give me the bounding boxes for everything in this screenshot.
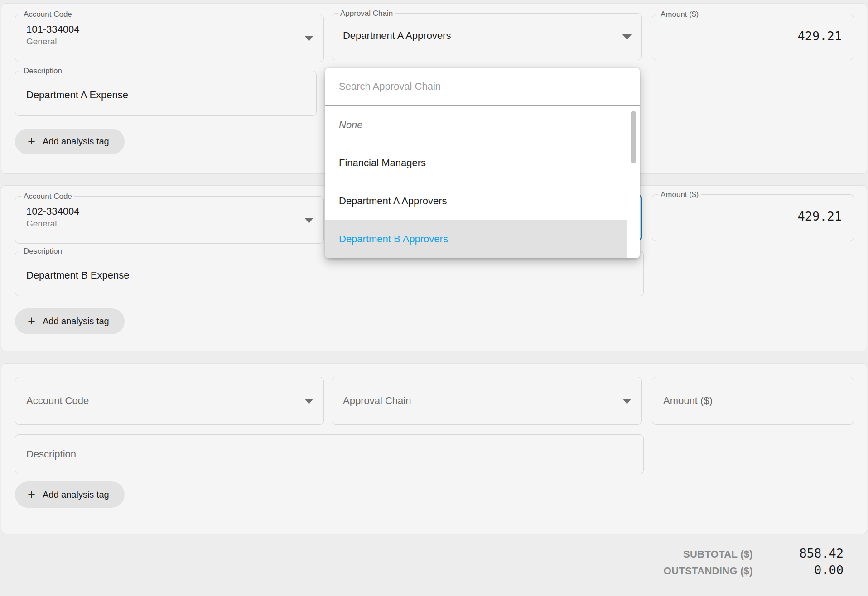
plus-icon <box>28 135 35 148</box>
amount-value: 429.21 <box>652 209 842 223</box>
description-label: Description <box>21 246 64 256</box>
amount-label: Amount ($) <box>658 10 701 19</box>
account-code-select[interactable]: Account Code 102-334004 General <box>15 196 324 244</box>
dropdown-option[interactable]: Financial Managers <box>325 144 640 182</box>
dropdown-option[interactable]: Department A Approvers <box>325 182 640 220</box>
add-analysis-tag-button[interactable]: Add analysis tag <box>15 308 125 334</box>
plus-icon <box>28 315 35 328</box>
description-input[interactable]: Description Department A Expense <box>15 71 317 116</box>
account-code-placeholder: Account Code <box>26 395 89 407</box>
chevron-down-icon[interactable] <box>622 34 632 40</box>
description-value: Department B Expense <box>26 269 643 281</box>
dropdown-option-highlighted[interactable]: Department B Approvers <box>325 220 640 258</box>
account-code-select[interactable]: Account Code <box>15 377 324 425</box>
amount-placeholder: Amount ($) <box>663 395 713 407</box>
account-code-category: General <box>26 37 323 47</box>
chevron-down-icon[interactable] <box>622 399 632 404</box>
description-label: Description <box>21 66 64 76</box>
amount-label: Amount ($) <box>658 190 701 199</box>
chevron-down-icon[interactable] <box>304 399 313 404</box>
chevron-down-icon[interactable] <box>304 36 313 41</box>
outstanding-label: OUTSTANDING ($) <box>664 565 753 577</box>
field-row: Account Code Approval Chain Amount ($) <box>14 377 854 425</box>
outstanding-row: OUTSTANDING ($) 0.00 <box>664 563 844 580</box>
description-input[interactable]: Description <box>15 434 644 474</box>
account-code-category: General <box>26 219 323 229</box>
outstanding-value: 0.00 <box>753 563 844 577</box>
plus-icon <box>28 488 35 501</box>
add-analysis-tag-label: Add analysis tag <box>43 490 109 500</box>
account-code-select[interactable]: Account Code 101-334004 General <box>15 14 324 62</box>
description-placeholder: Description <box>26 448 76 460</box>
description-value: Department A Expense <box>26 89 316 101</box>
subtotal-row: SUBTOTAL ($) 858.42 <box>664 546 844 563</box>
chevron-down-icon[interactable] <box>304 218 313 223</box>
amount-input[interactable]: Amount ($) <box>652 377 854 425</box>
subtotal-value: 858.42 <box>753 546 844 560</box>
line-item-card: Account Code Approval Chain Amount ($) D… <box>1 363 867 534</box>
dropdown-option-none[interactable]: None <box>325 106 640 144</box>
totals-summary: SUBTOTAL ($) 858.42 OUTSTANDING ($) 0.00 <box>664 546 844 580</box>
approval-chain-search-input[interactable] <box>338 80 627 93</box>
account-code-label: Account Code <box>21 192 74 201</box>
add-analysis-tag-label: Add analysis tag <box>43 316 109 327</box>
approval-chain-dropdown: None Financial Managers Department A App… <box>325 68 640 258</box>
amount-value: 429.21 <box>652 29 842 43</box>
add-analysis-tag-label: Add analysis tag <box>43 136 109 147</box>
account-code-value: 102-334004 <box>26 206 323 217</box>
dropdown-search-box <box>325 68 640 106</box>
add-analysis-tag-button[interactable]: Add analysis tag <box>15 481 125 508</box>
field-row: Account Code 101-334004 General Approval… <box>14 13 854 62</box>
account-code-value: 101-334004 <box>26 24 323 35</box>
dropdown-scrollbar[interactable] <box>631 111 636 163</box>
approval-chain-label: Approval Chain <box>338 9 395 18</box>
approval-chain-select[interactable]: Approval Chain Department A Approvers <box>332 13 642 60</box>
account-code-label: Account Code <box>21 10 74 19</box>
amount-input[interactable]: Amount ($) 429.21 <box>652 14 854 60</box>
approval-chain-select[interactable]: Approval Chain <box>332 377 642 425</box>
approval-chain-placeholder: Approval Chain <box>343 395 411 407</box>
subtotal-label: SUBTOTAL ($) <box>683 548 753 560</box>
add-analysis-tag-button[interactable]: Add analysis tag <box>15 129 125 154</box>
approval-chain-value: Department A Approvers <box>343 30 641 42</box>
amount-input[interactable]: Amount ($) 429.21 <box>652 194 854 241</box>
